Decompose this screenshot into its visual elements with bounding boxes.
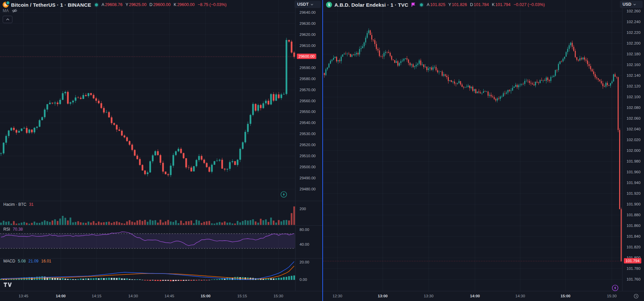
close-label: K <box>492 2 495 7</box>
price-axis-label: 102.260 <box>627 9 641 13</box>
time-label: 12:30 <box>333 294 342 298</box>
open-value: 29608.76 <box>105 2 122 7</box>
price-axis-label: 101.940 <box>627 181 641 185</box>
volume-label: Hacim · BTC <box>3 202 26 207</box>
quick-trade-lightning-button[interactable] <box>612 285 619 291</box>
price-axis-label: 102.080 <box>627 106 641 110</box>
price-axis-label: 101.960 <box>627 170 641 174</box>
indicator-axis-label: 0.00 <box>300 278 307 282</box>
price-axis-label: 102.020 <box>627 138 641 142</box>
close-value: 29600.00 <box>177 2 195 7</box>
time-label: 14:30 <box>516 294 525 298</box>
price-axis-label: 102.160 <box>627 63 641 67</box>
price-axis-label: 102.040 <box>627 127 641 131</box>
price-axis-label: 101.760 <box>627 277 641 281</box>
time-label: 15:30 <box>274 294 283 298</box>
clock-icon <box>634 294 639 299</box>
price-axis-label: 29570.00 <box>300 88 316 92</box>
macd-line-value: 21.09 <box>29 259 39 263</box>
time-axis[interactable]: 13:4514:0014:1514:3014:4515:0015:1515:30… <box>0 291 644 301</box>
dxy-ohlc-values: A101.825 Y101.826 D101.784 K101.794 −0.0… <box>427 2 545 7</box>
flag-icon[interactable] <box>411 3 416 7</box>
time-label: 15:30 <box>607 294 617 298</box>
time-label: 13:30 <box>424 294 434 298</box>
pane-divider[interactable] <box>0 201 323 201</box>
price-axis-label: 29630.00 <box>300 21 316 25</box>
high-label: Y <box>448 2 451 7</box>
price-axis-label: 29510.00 <box>300 154 316 158</box>
price-axis-label: 29560.00 <box>300 99 316 103</box>
last-price-tag: 101.794 <box>624 258 641 263</box>
btc-price-axis[interactable]: 29640.0029630.0029620.0029610.0029590.00… <box>295 0 323 291</box>
pane-divider[interactable] <box>0 225 323 226</box>
price-axis-label: 102.200 <box>627 41 641 45</box>
currency-selector-usd[interactable]: USD <box>620 1 643 8</box>
time-label: 14:00 <box>56 294 65 298</box>
open-label: A <box>427 2 429 7</box>
quick-trade-lightning-button[interactable] <box>280 191 287 198</box>
price-axis-label: 101.920 <box>627 191 641 195</box>
rsi-label: RSI <box>3 227 10 232</box>
indicator-axis-label: 80.00 <box>300 228 309 232</box>
price-axis-label: 101.860 <box>627 224 641 228</box>
high-value: 29625.00 <box>129 2 146 7</box>
indicator-axis-label: 40.00 <box>300 242 309 246</box>
price-axis-label: 101.840 <box>627 234 641 238</box>
indicator-axis-label: 200 <box>300 207 306 211</box>
close-label: K <box>174 2 176 7</box>
low-label: D <box>470 2 473 7</box>
time-label: 14:30 <box>128 294 138 298</box>
time-label: 14:00 <box>470 294 480 298</box>
price-axis-label: 29490.00 <box>300 176 316 180</box>
low-label: D <box>150 2 153 7</box>
time-label: 15:00 <box>201 294 210 298</box>
collapse-indicators-button[interactable] <box>3 16 12 23</box>
time-label: 14:45 <box>165 294 174 298</box>
eye-hidden-icon[interactable] <box>12 8 17 13</box>
macd-label: MACD <box>3 259 15 263</box>
price-axis-label: 102.140 <box>627 73 641 77</box>
currency-selector-usdt[interactable]: USDT <box>294 1 321 8</box>
price-axis-label: 101.880 <box>627 213 641 217</box>
time-label: 15:15 <box>237 294 247 298</box>
price-axis-label: 101.980 <box>627 159 641 163</box>
tradingview-logo[interactable] <box>3 282 12 289</box>
macd-hist-value: 5.08 <box>18 259 25 263</box>
price-axis-label: 102.060 <box>627 116 641 120</box>
price-axis-label: 29540.00 <box>300 121 316 125</box>
price-axis-label: 29550.00 <box>300 110 316 114</box>
panel-divider[interactable] <box>322 0 323 301</box>
low-value: 101.784 <box>474 2 489 7</box>
pane-divider[interactable] <box>0 258 323 258</box>
last-price-tag: 29600.00 <box>297 54 316 59</box>
price-axis-label: 102.000 <box>627 148 641 153</box>
volume-legend[interactable]: Hacim · BTC 31 <box>3 202 34 207</box>
price-axis-label: 29620.00 <box>300 33 316 37</box>
currency-label: USD <box>623 2 631 7</box>
lightning-icon <box>280 191 287 198</box>
btc-symbol-title[interactable]: Bitcoin / TetherUS · 1 · BINANCE <box>11 2 91 8</box>
ma-indicator-legend[interactable]: MA <box>3 8 17 13</box>
dxy-symbol-title[interactable]: A.B.D. Dolar Endeksi · 1 · TVC <box>334 2 408 8</box>
price-axis-label: 101.820 <box>627 245 641 249</box>
chart-panel-btcusdt: 29640.0029630.0029620.0029610.0029590.00… <box>0 0 323 291</box>
high-label: Y <box>125 2 128 7</box>
macd-legend[interactable]: MACD 5.08 21.09 16.01 <box>3 259 51 263</box>
dxy-chart-canvas[interactable] <box>323 0 622 291</box>
time-label: 13:45 <box>19 294 29 298</box>
rsi-legend[interactable]: RSI 70.38 <box>3 227 23 232</box>
price-axis-label: 102.240 <box>627 20 641 24</box>
chevron-down-icon <box>311 4 313 5</box>
market-status-dot <box>420 3 423 6</box>
high-value: 101.826 <box>452 2 467 7</box>
lightning-icon <box>612 285 619 291</box>
price-axis-label: 29640.00 <box>300 10 316 14</box>
time-label: 13:00 <box>378 294 387 298</box>
timezone-clock-button[interactable] <box>633 293 639 299</box>
price-axis-label: 101.780 <box>627 266 641 270</box>
price-axis-label: 102.220 <box>627 31 641 35</box>
btc-chart-canvas[interactable] <box>0 0 295 291</box>
dxy-price-axis[interactable]: 102.260102.240102.220102.200102.180102.1… <box>622 0 644 291</box>
indicator-axis-label: 20.00 <box>300 260 309 264</box>
currency-label: USDT <box>297 2 309 7</box>
